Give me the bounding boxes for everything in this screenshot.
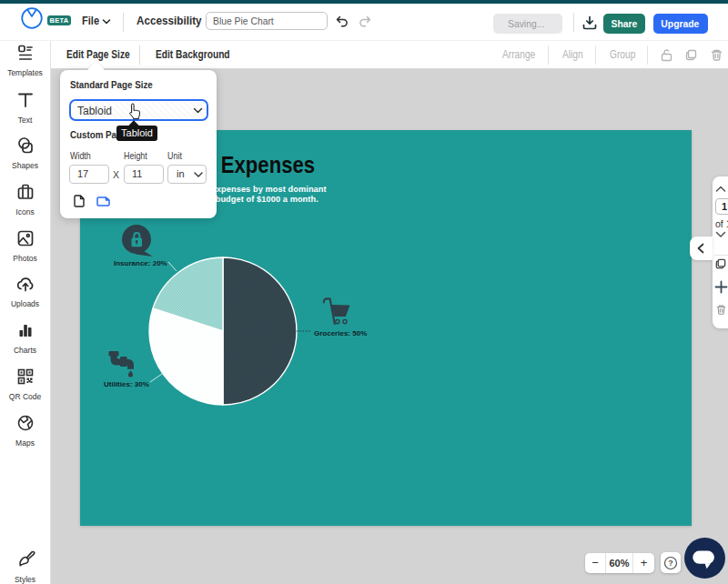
svg-text:?: ?: [668, 559, 673, 568]
